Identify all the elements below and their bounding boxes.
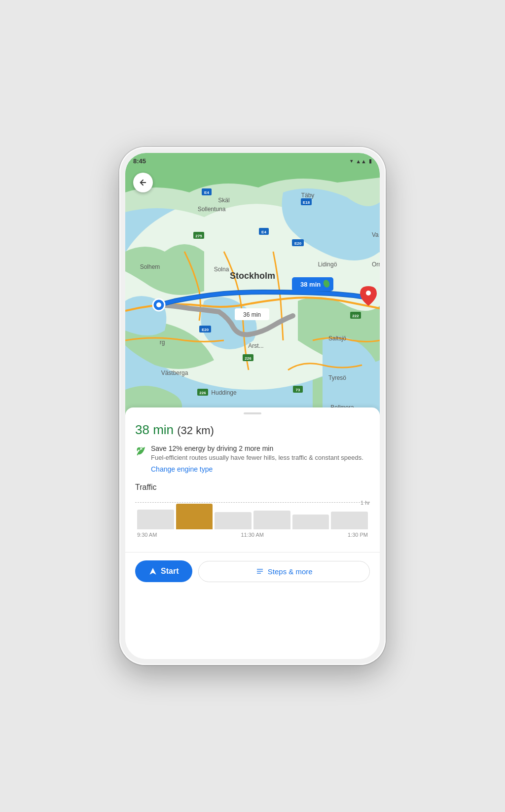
svg-text:73: 73	[296, 388, 300, 392]
map-area[interactable]: Stockholm Skäl Sollentuna Täby Solhem So…	[125, 153, 380, 429]
status-bar: 8:45 ▾ ▲▲ ▮	[125, 153, 380, 167]
chart-bars	[135, 500, 370, 529]
traffic-chart: 1 hr 9:30 AM 11:30 AM 1:30 PM	[135, 500, 370, 544]
chart-bar-2	[176, 504, 213, 529]
svg-text:Saltsjö: Saltsjö	[328, 335, 346, 342]
svg-text:Skäl: Skäl	[218, 197, 229, 204]
svg-text:Tyresö: Tyresö	[328, 374, 346, 381]
map-svg: Stockholm Skäl Sollentuna Täby Solhem So…	[125, 153, 380, 429]
svg-text:226: 226	[245, 356, 252, 361]
distance-value: (32 km)	[177, 424, 214, 437]
steps-more-button[interactable]: Steps & more	[198, 561, 370, 582]
wifi-icon: ▾	[350, 158, 353, 164]
svg-text:E20: E20	[294, 241, 302, 246]
svg-text:E4: E4	[261, 230, 266, 234]
signal-icon: ▲▲	[356, 158, 366, 164]
sheet-handle	[244, 412, 261, 414]
svg-text:Västberga: Västberga	[161, 369, 188, 376]
svg-text:Huddinge: Huddinge	[211, 389, 237, 396]
back-button[interactable]	[133, 173, 153, 192]
bottom-sheet: 38 min (32 km) Save 12% energy by drivin…	[125, 407, 380, 659]
eco-card: Save 12% energy by driving 2 more min Fu…	[135, 444, 370, 473]
start-button-label: Start	[161, 567, 179, 576]
svg-text:Orm: Orm	[372, 261, 380, 268]
bottom-actions: Start Steps & more	[135, 560, 370, 582]
status-time: 8:45	[133, 157, 146, 165]
svg-point-6	[366, 291, 371, 295]
svg-text:Solna: Solna	[214, 266, 229, 273]
chart-bar-4	[253, 511, 290, 529]
phone-screen: 8:45 ▾ ▲▲ ▮	[125, 153, 380, 659]
divider	[125, 552, 380, 553]
eco-sub-text: Fuel-efficient routes usually have fewer…	[151, 453, 363, 462]
svg-text:Täby: Täby	[301, 192, 315, 199]
svg-text:Stockholm: Stockholm	[230, 271, 275, 281]
svg-text:222: 222	[352, 314, 359, 318]
eco-main-text: Save 12% energy by driving 2 more min	[151, 444, 363, 452]
svg-text:E20: E20	[202, 328, 209, 332]
start-button[interactable]: Start	[135, 560, 192, 582]
duration-display: 38 min (32 km)	[135, 422, 370, 438]
chart-label-1: 9:30 AM	[137, 532, 157, 538]
phone-frame: 8:45 ▾ ▲▲ ▮	[119, 147, 386, 665]
svg-text:Sollentuna: Sollentuna	[198, 206, 226, 213]
svg-text:E18: E18	[303, 200, 310, 205]
svg-text:Arst...: Arst...	[248, 342, 263, 349]
svg-text:275: 275	[195, 234, 202, 238]
svg-text:Va: Va	[372, 231, 379, 238]
steps-button-label: Steps & more	[268, 567, 313, 576]
chart-labels: 9:30 AM 11:30 AM 1:30 PM	[135, 532, 370, 538]
steps-icon	[256, 567, 264, 575]
status-icons: ▾ ▲▲ ▮	[350, 158, 372, 164]
traffic-section: Traffic 1 hr 9:30 AM 11:30 AM	[135, 483, 370, 544]
traffic-title: Traffic	[135, 483, 370, 492]
svg-text:E4: E4	[204, 190, 209, 195]
svg-text:Lidingö: Lidingö	[318, 261, 337, 268]
svg-text:36 min: 36 min	[243, 311, 261, 318]
svg-text:226: 226	[199, 391, 206, 395]
svg-point-4	[156, 302, 161, 307]
chart-label-3: 1:30 PM	[348, 532, 368, 538]
svg-text:Solhem: Solhem	[140, 263, 160, 270]
chart-bar-6	[331, 512, 368, 529]
chart-label-2: 11:30 AM	[241, 532, 263, 538]
chart-bar-1	[137, 510, 174, 529]
chart-line	[135, 502, 370, 503]
svg-text:38 min: 38 min	[300, 281, 321, 288]
svg-text:rg: rg	[160, 339, 165, 346]
chart-1hr-label: 1 hr	[361, 500, 370, 506]
eco-leaf-icon	[135, 445, 146, 458]
navigate-icon	[149, 567, 157, 575]
chart-bar-5	[292, 515, 329, 529]
eco-text-block: Save 12% energy by driving 2 more min Fu…	[151, 444, 363, 473]
battery-icon: ▮	[369, 158, 372, 164]
duration-value: 38 min	[135, 422, 174, 437]
change-engine-link[interactable]: Change engine type	[151, 465, 363, 473]
chart-bar-3	[215, 512, 252, 529]
